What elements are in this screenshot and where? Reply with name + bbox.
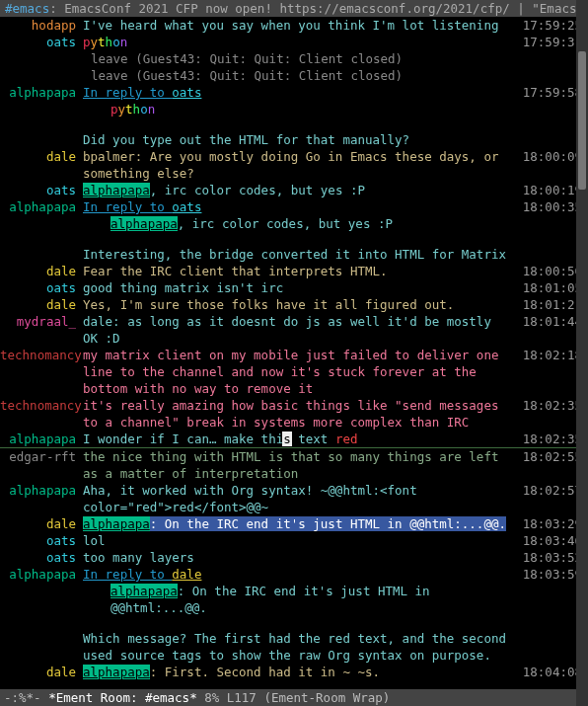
message-body: Which message? The first had the red tex…: [83, 630, 518, 664]
nick-column: [0, 50, 83, 67]
message-body: I've heard what you say when you think I…: [83, 17, 518, 34]
message-body: it's really amazing how basic things lik…: [83, 397, 518, 431]
message-text: : First. Second had it in ~ ~s.: [150, 665, 380, 679]
message-body: the nice thing with HTML is that so many…: [83, 448, 518, 482]
nick-column[interactable]: technomancy: [0, 347, 83, 397]
message-text: lol: [83, 533, 106, 548]
nick-column: [0, 67, 83, 84]
nick-column[interactable]: dale: [0, 296, 83, 313]
nick-column: [0, 630, 83, 664]
message-text: Did you type out the HTML for that manua…: [83, 132, 409, 147]
timestamp: 18:03:46: [518, 532, 582, 549]
nick-mention[interactable]: alphapapa: [110, 216, 178, 231]
message-body: python: [83, 34, 518, 50]
nick-column[interactable]: alphapapa: [0, 198, 83, 232]
chat-line: alphapapaI wonder if I can… make this te…: [0, 431, 588, 448]
message-text: the nice thing with HTML is that so many…: [83, 449, 498, 481]
nick-column[interactable]: mydraal_: [0, 313, 83, 347]
timestamp: 18:02:55: [518, 448, 582, 482]
chat-line: oatspython17:59:31: [0, 34, 588, 50]
nick-column[interactable]: dale: [0, 263, 83, 279]
message-body: Did you type out the HTML for that manua…: [83, 131, 518, 148]
chat-line: technomancymy matrix client on my mobile…: [0, 347, 588, 397]
timestamp: 18:03:52: [518, 549, 582, 566]
message-body: I wonder if I can… make this text red: [83, 431, 518, 447]
timestamp: 18:03:29: [518, 515, 582, 532]
nick-mention[interactable]: alphapapa: [83, 183, 150, 197]
channel-topic: : EmacsConf 2021 CFP now open! https://e…: [49, 1, 588, 16]
nick-column[interactable]: dale: [0, 664, 83, 680]
nick-column[interactable]: edgar-rft: [0, 448, 83, 482]
reply-header[interactable]: In reply to: [83, 85, 172, 100]
chat-line: alphapapaIn reply to oatsalphapapa, irc …: [0, 198, 588, 232]
title-bar: #emacs: EmacsConf 2021 CFP now open! htt…: [0, 0, 588, 17]
reply-to-nick[interactable]: dale: [172, 567, 201, 582]
modeline: -:%*- *Ement Room: #emacs* 8% L117 (Emen…: [0, 689, 576, 706]
message-body: Fear the IRC client that interprets HTML…: [83, 263, 518, 279]
chat-line: leave (Guest43: Quit: Quit: Client close…: [0, 50, 588, 67]
nick-mention[interactable]: alphapapa: [83, 665, 150, 679]
chat-line: hodappI've heard what you say when you t…: [0, 17, 588, 34]
nick-column[interactable]: hodapp: [0, 17, 83, 34]
nick-column: [0, 246, 83, 263]
message-text: leave (Guest43: Quit: Quit: Client close…: [91, 51, 403, 66]
timestamp: 18:01:05: [518, 279, 582, 296]
message-body: lol: [83, 532, 518, 549]
nick-column[interactable]: alphapapa: [0, 431, 83, 447]
nick-column: [0, 131, 83, 148]
nick-column[interactable]: dale: [0, 148, 83, 182]
chat-line: Which message? The first had the red tex…: [0, 630, 588, 664]
message-text: , irc color codes, but yes :P: [150, 183, 365, 197]
message-body: dale: as long as it doesnt do js as well…: [83, 313, 518, 347]
timestamp: 18:00:19: [518, 182, 582, 198]
nick-column[interactable]: oats: [0, 279, 83, 296]
nick-column[interactable]: alphapapa: [0, 566, 83, 616]
nick-column[interactable]: alphapapa: [0, 84, 83, 118]
message-text: I wonder if I can… make thi: [83, 431, 283, 446]
message-text: Aha, it worked with Org syntax! ~@@html:…: [83, 483, 417, 514]
timestamp: [518, 246, 582, 263]
reply-header[interactable]: In reply to: [83, 567, 172, 582]
timestamp: 17:59:58: [518, 84, 582, 118]
nick-column[interactable]: technomancy: [0, 397, 83, 431]
message-text: dale: as long as it doesnt do js as well…: [83, 314, 491, 346]
message-text: text: [291, 431, 335, 446]
nick-column[interactable]: dale: [0, 515, 83, 532]
reply-header[interactable]: In reply to: [83, 199, 172, 214]
message-text: it's really amazing how basic things lik…: [83, 398, 498, 430]
timestamp: [518, 630, 582, 664]
chat-line: dalealphapapa: On the IRC end it's just …: [0, 515, 588, 532]
nick-mention[interactable]: alphapapa: [110, 584, 178, 598]
timestamp: [518, 131, 582, 148]
channel-name[interactable]: #emacs: [5, 1, 49, 16]
message-body: my matrix client on my mobile just faile…: [83, 347, 518, 397]
chat-line: oatslol18:03:46: [0, 532, 588, 549]
chat-line: oatstoo many layers18:03:52: [0, 549, 588, 566]
nick-mention[interactable]: alphapapa: [83, 516, 150, 531]
timestamp: 18:02:35: [518, 397, 582, 431]
message-text: bpalmer: Are you mostly doing Go in Emac…: [83, 149, 498, 181]
reply-to-nick[interactable]: oats: [172, 199, 201, 214]
reply-quote: alphapapa: On the IRC end it's just HTML…: [83, 583, 513, 616]
chat-line: oatsalphapapa, irc color codes, but yes …: [0, 182, 588, 198]
nick-column[interactable]: oats: [0, 532, 83, 549]
message-text: my matrix client on my mobile just faile…: [83, 348, 498, 396]
chat-line: daleYes, I'm sure those folks have it al…: [0, 296, 588, 313]
chat-log[interactable]: hodappI've heard what you say when you t…: [0, 17, 588, 688]
message-body: leave (Guest43: Quit: Quit: Client close…: [83, 50, 518, 67]
chat-line: mydraal_dale: as long as it doesnt do js…: [0, 313, 588, 347]
nick-column[interactable]: oats: [0, 182, 83, 198]
nick-column[interactable]: oats: [0, 549, 83, 566]
reply-to-nick[interactable]: oats: [172, 85, 201, 100]
scrollbar-thumb[interactable]: [578, 51, 586, 190]
message-body: In reply to oatsalphapapa, irc color cod…: [83, 198, 518, 232]
message-text: leave (Guest43: Quit: Quit: Client close…: [91, 68, 403, 83]
timestamp: 18:02:57: [518, 482, 582, 515]
nick-column[interactable]: alphapapa: [0, 482, 83, 515]
modeline-info: 8% L117 (Ement-Room Wrap): [197, 690, 391, 705]
message-text: red: [335, 431, 358, 446]
scrollbar[interactable]: [576, 0, 588, 706]
nick-column[interactable]: oats: [0, 34, 83, 50]
chat-line: Did you type out the HTML for that manua…: [0, 131, 588, 148]
chat-line: dalebpalmer: Are you mostly doing Go in …: [0, 148, 588, 182]
